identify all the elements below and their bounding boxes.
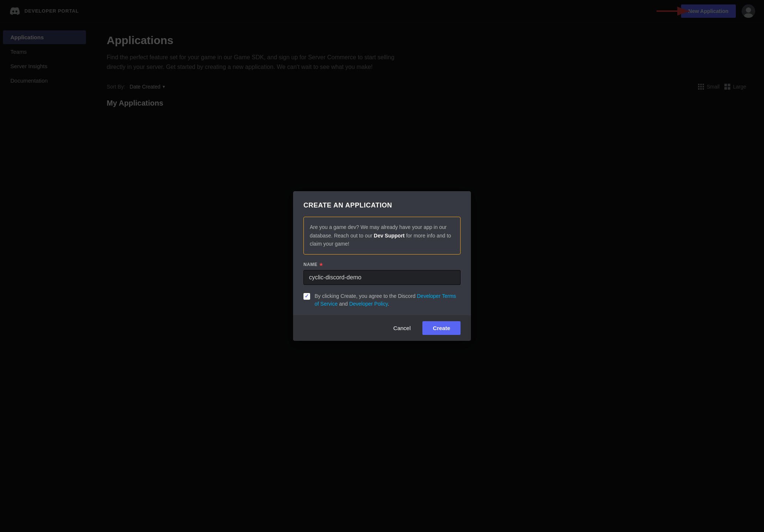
- policy-link[interactable]: Developer Policy: [349, 301, 388, 307]
- modal-overlay[interactable]: CREATE AN APPLICATION Are you a game dev…: [0, 0, 764, 532]
- checkbox-wrap[interactable]: ✓: [303, 293, 310, 300]
- name-input[interactable]: [303, 270, 461, 285]
- terms-text: By clicking Create, you agree to the Dis…: [315, 292, 461, 308]
- terms-text-after: .: [388, 301, 389, 307]
- dev-support-link[interactable]: Dev Support: [374, 233, 405, 239]
- info-box: Are you a game dev? We may already have …: [303, 217, 461, 254]
- modal-body: CREATE AN APPLICATION Are you a game dev…: [293, 191, 471, 315]
- create-application-modal: CREATE AN APPLICATION Are you a game dev…: [293, 191, 471, 340]
- name-field-label: NAME ★: [303, 262, 461, 267]
- create-button[interactable]: Create: [422, 321, 461, 335]
- terms-text-before: By clicking Create, you agree to the Dis…: [315, 293, 417, 299]
- terms-checkbox-row: ✓ By clicking Create, you agree to the D…: [303, 292, 461, 308]
- cancel-button[interactable]: Cancel: [388, 322, 417, 334]
- modal-footer: Cancel Create: [293, 315, 471, 341]
- terms-text-mid: and: [338, 301, 349, 307]
- required-star: ★: [319, 262, 323, 267]
- modal-title: CREATE AN APPLICATION: [303, 202, 461, 209]
- checkmark-icon: ✓: [305, 292, 309, 300]
- terms-checkbox[interactable]: ✓: [303, 293, 310, 300]
